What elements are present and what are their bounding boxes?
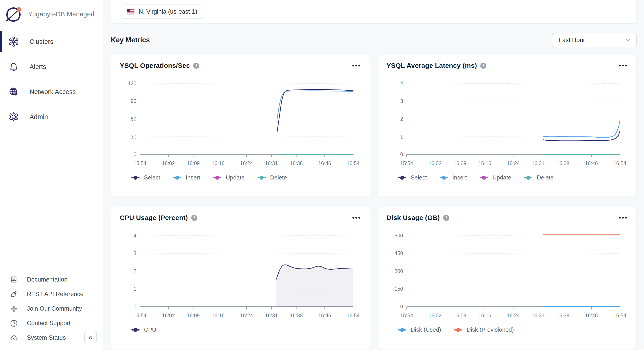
legend-item-insert[interactable]: Insert bbox=[440, 174, 467, 181]
legend-item-delete[interactable]: Delete bbox=[258, 174, 287, 181]
svg-text:60: 60 bbox=[130, 116, 136, 122]
yugabyte-logo-icon bbox=[4, 5, 22, 23]
svg-text:3: 3 bbox=[400, 98, 403, 104]
info-icon[interactable]: i bbox=[193, 63, 199, 69]
sidebar-item-alerts[interactable]: Alerts bbox=[0, 54, 102, 79]
footer-item-label: Join Our Community bbox=[27, 305, 82, 312]
svg-text:16:09: 16:09 bbox=[454, 160, 466, 166]
sidebar-item-join-our-community[interactable]: Join Our Community bbox=[0, 302, 102, 316]
slack-icon bbox=[10, 305, 18, 313]
chart-canvas: 015030045060015:5416:0216:0916:1616:2416… bbox=[386, 228, 628, 322]
chart-canvas: 0123415:5416:0216:0916:1616:2416:3116:38… bbox=[120, 228, 361, 322]
svg-text:0: 0 bbox=[134, 304, 136, 310]
svg-text:16:31: 16:31 bbox=[265, 313, 278, 319]
globe-gear-icon bbox=[8, 87, 19, 97]
svg-text:16:54: 16:54 bbox=[613, 160, 626, 166]
question-circle-icon bbox=[10, 319, 18, 328]
legend-marker-icon bbox=[440, 176, 448, 180]
chart-title: CPU Usage (Percent) bbox=[120, 214, 188, 222]
legend-label: CPU bbox=[144, 326, 156, 333]
svg-text:16:24: 16:24 bbox=[507, 313, 520, 319]
svg-text:16:09: 16:09 bbox=[187, 313, 200, 319]
legend-marker-icon bbox=[173, 176, 181, 180]
svg-text:3: 3 bbox=[134, 250, 136, 256]
page-title: Key Metrics bbox=[111, 36, 150, 44]
svg-text:16:16: 16:16 bbox=[478, 313, 491, 319]
card-cpu-usage: CPU Usage (Percent) i ••• 0123415:5416:0… bbox=[111, 207, 370, 349]
footer-item-label: System Status bbox=[27, 334, 66, 341]
card-disk-usage: Disk Usage (GB) i ••• 015030045060015:54… bbox=[378, 207, 637, 349]
svg-text:16:31: 16:31 bbox=[532, 313, 544, 319]
sidebar-item-admin[interactable]: Admin bbox=[0, 104, 102, 129]
legend-label: Insert bbox=[186, 174, 200, 181]
top-panel: N. Virginia (us-east-1) bbox=[111, 0, 637, 24]
legend-marker-icon bbox=[132, 328, 140, 332]
sidebar-divider bbox=[6, 263, 96, 263]
sidebar-item-contact-support[interactable]: Contact Support bbox=[0, 316, 102, 331]
collapse-sidebar-icon: « bbox=[88, 333, 93, 341]
legend-label: Update bbox=[226, 174, 244, 181]
chart-canvas: 0123415:5416:0216:0916:1616:2416:3116:38… bbox=[386, 76, 628, 170]
sidebar-item-rest-api-reference[interactable]: REST API Reference bbox=[0, 287, 102, 302]
svg-text:16:16: 16:16 bbox=[212, 313, 224, 319]
chart-canvas: 030609012015:5416:0216:0916:1616:2416:31… bbox=[120, 76, 361, 170]
svg-text:120: 120 bbox=[128, 80, 136, 86]
more-menu-icon[interactable]: ••• bbox=[619, 214, 628, 221]
main-content: N. Virginia (us-east-1) Key Metrics Last… bbox=[103, 0, 644, 350]
svg-text:16:16: 16:16 bbox=[478, 160, 491, 166]
svg-text:16:02: 16:02 bbox=[162, 313, 175, 319]
metrics-grid: YSQL Operations/Sec i ••• 030609012015:5… bbox=[111, 55, 637, 349]
legend-label: Disk (Provisioned) bbox=[467, 326, 514, 333]
region-chip[interactable]: N. Virginia (us-east-1) bbox=[120, 4, 204, 19]
svg-text:4: 4 bbox=[400, 80, 403, 86]
sidebar-item-network-access[interactable]: Network Access bbox=[0, 79, 102, 104]
legend-item-select[interactable]: Select bbox=[132, 174, 160, 181]
info-icon[interactable]: i bbox=[443, 215, 449, 221]
chevron-down-icon bbox=[624, 37, 631, 43]
sidebar: YugabyteDB Managed Clusters Alerts bbox=[0, 0, 103, 350]
legend-marker-icon bbox=[213, 176, 221, 180]
cloud-status-icon bbox=[10, 334, 18, 342]
svg-text:15:54: 15:54 bbox=[134, 313, 146, 319]
svg-text:16:54: 16:54 bbox=[347, 313, 360, 319]
more-menu-icon[interactable]: ••• bbox=[619, 62, 628, 69]
sidebar-item-documentation[interactable]: Documentation bbox=[0, 272, 102, 287]
svg-text:16:02: 16:02 bbox=[162, 160, 175, 166]
sidebar-item-clusters[interactable]: Clusters bbox=[0, 29, 102, 54]
legend-item-update[interactable]: Update bbox=[213, 174, 244, 181]
svg-text:16:02: 16:02 bbox=[428, 160, 442, 166]
legend-item-disk-provisioned[interactable]: Disk (Provisioned) bbox=[454, 326, 514, 333]
more-menu-icon[interactable]: ••• bbox=[352, 62, 361, 69]
legend-item-disk-used[interactable]: Disk (Used) bbox=[398, 326, 441, 333]
legend-item-select[interactable]: Select bbox=[398, 174, 427, 181]
svg-text:16:46: 16:46 bbox=[585, 313, 598, 319]
svg-text:16:54: 16:54 bbox=[613, 313, 626, 319]
more-menu-icon[interactable]: ••• bbox=[352, 214, 361, 221]
legend-item-update[interactable]: Update bbox=[480, 174, 511, 181]
legend-label: Update bbox=[492, 174, 511, 181]
footer-item-label: REST API Reference bbox=[27, 291, 84, 298]
legend-item-insert[interactable]: Insert bbox=[173, 174, 200, 181]
svg-text:16:38: 16:38 bbox=[556, 313, 570, 319]
svg-text:16:54: 16:54 bbox=[347, 160, 360, 166]
logo[interactable]: YugabyteDB Managed bbox=[0, 0, 102, 28]
footer-item-label: Contact Support bbox=[27, 320, 70, 327]
legend-marker-icon bbox=[132, 176, 140, 180]
svg-text:1: 1 bbox=[134, 286, 136, 292]
info-icon[interactable]: i bbox=[480, 63, 486, 69]
svg-text:15:54: 15:54 bbox=[400, 313, 413, 319]
svg-text:16:46: 16:46 bbox=[318, 313, 331, 319]
legend-item-cpu[interactable]: CPU bbox=[132, 326, 156, 333]
chart-legend: CPU bbox=[132, 326, 361, 333]
info-icon[interactable]: i bbox=[191, 215, 197, 221]
collapse-sidebar-button[interactable]: « bbox=[84, 331, 97, 343]
svg-text:16:02: 16:02 bbox=[428, 313, 442, 319]
svg-text:16:09: 16:09 bbox=[454, 313, 466, 319]
svg-text:2: 2 bbox=[400, 116, 403, 122]
legend-item-delete[interactable]: Delete bbox=[524, 174, 554, 181]
svg-text:16:38: 16:38 bbox=[556, 160, 570, 166]
svg-text:16:46: 16:46 bbox=[318, 160, 331, 166]
legend-label: Select bbox=[144, 174, 160, 181]
time-range-select[interactable]: Last Hour bbox=[552, 33, 637, 47]
sidebar-item-label: Clusters bbox=[30, 38, 53, 45]
